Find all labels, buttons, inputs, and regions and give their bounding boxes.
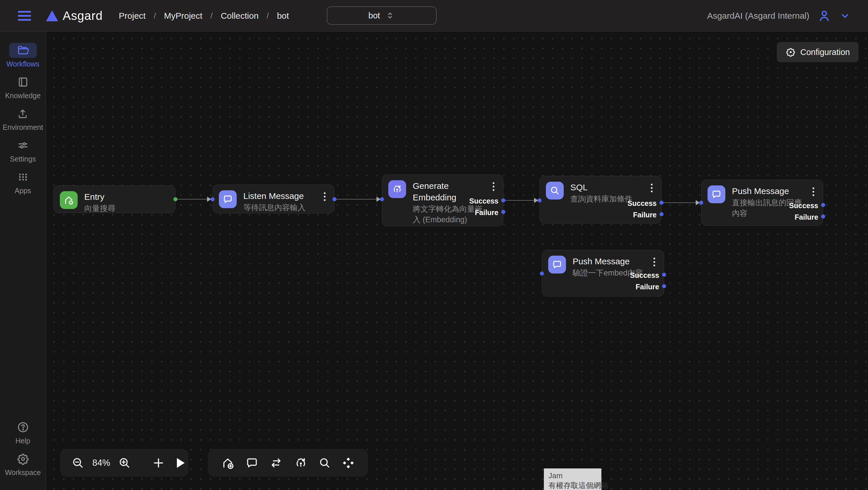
swap-arrows-icon[interactable] xyxy=(269,456,283,470)
sidebar-item-workspace[interactable]: Workspace xyxy=(5,452,41,477)
breadcrumb-myproject[interactable]: MyProject xyxy=(164,11,202,21)
sidebar-item-environment[interactable]: Environment xyxy=(3,106,43,132)
chevron-down-icon[interactable] xyxy=(839,10,851,22)
sidebar-item-workflows[interactable]: Workflows xyxy=(6,43,39,68)
search-icon xyxy=(546,182,564,200)
sidebar-label: Knowledge xyxy=(5,91,41,100)
node-push-message-verify[interactable]: Push Message 驗證一下embed內容 Success Failure xyxy=(542,250,664,296)
cycle-dot-icon xyxy=(388,180,406,198)
node-menu-button[interactable] xyxy=(323,191,327,202)
port-push-verify-input[interactable] xyxy=(540,271,544,276)
breadcrumb-bot[interactable]: bot xyxy=(277,11,289,21)
port-push-verify-success[interactable] xyxy=(662,272,666,277)
add-message-node-icon[interactable] xyxy=(245,456,259,470)
upload-icon xyxy=(17,108,29,120)
port-entry-output[interactable] xyxy=(174,197,178,201)
output-label-success: Success xyxy=(789,202,818,209)
node-subtitle: 等待訊息內容輸入 xyxy=(243,202,320,213)
zoom-in-button[interactable] xyxy=(118,456,131,470)
zoom-out-button[interactable] xyxy=(71,456,85,470)
port-push-direct-input[interactable] xyxy=(699,201,703,205)
workflow-canvas[interactable]: Configuration Entry 向量搜尋 xyxy=(46,32,868,490)
node-title: Listen Message xyxy=(243,190,320,202)
output-label-failure: Failure xyxy=(636,283,659,291)
chat-bubble-icon xyxy=(548,256,566,273)
user-icon[interactable] xyxy=(817,8,832,23)
node-generate-embedding[interactable]: Generate Embedding 將文字轉化為向量嵌入 (Embedding… xyxy=(382,174,503,226)
extension-permission-tooltip: Jam 有權存取這個網站 xyxy=(544,468,601,490)
app-logo[interactable]: Asgard xyxy=(46,9,103,23)
port-listen-output[interactable] xyxy=(333,197,337,201)
node-menu-button[interactable] xyxy=(652,257,656,267)
tooltip-title: Jam xyxy=(549,471,597,481)
port-push-direct-success[interactable] xyxy=(821,203,825,207)
configuration-button[interactable]: Configuration xyxy=(777,42,859,62)
node-menu-button[interactable] xyxy=(650,182,654,194)
port-sql-success[interactable] xyxy=(659,201,663,205)
home-add-icon xyxy=(60,191,78,209)
port-generate-input[interactable] xyxy=(380,197,384,201)
output-label-failure: Failure xyxy=(795,213,818,221)
add-entry-node-icon[interactable] xyxy=(221,456,235,470)
node-palette-toolbar xyxy=(208,449,368,477)
node-menu-button[interactable] xyxy=(811,186,815,197)
output-label-failure: Failure xyxy=(475,208,498,217)
port-generate-success[interactable] xyxy=(501,198,505,202)
menu-hamburger-icon[interactable] xyxy=(18,11,31,21)
node-push-message-direct[interactable]: Push Message 直接輸出訊息的回應內容 Success Failure xyxy=(701,180,823,226)
folder-icon xyxy=(17,44,29,57)
node-entry[interactable]: Entry 向量搜尋 xyxy=(54,185,176,213)
breadcrumb: Project / MyProject / Collection / bot xyxy=(119,11,289,21)
port-sql-input[interactable] xyxy=(537,198,541,202)
search-node-icon[interactable] xyxy=(318,456,331,469)
chevron-up-down-icon xyxy=(385,11,395,21)
workflow-selector-dropdown[interactable]: bot xyxy=(327,6,437,25)
node-title: Push Message xyxy=(732,185,809,197)
breadcrumb-collection[interactable]: Collection xyxy=(221,11,258,21)
sidebar-label: Help xyxy=(16,437,30,445)
port-listen-input[interactable] xyxy=(211,197,215,201)
move-diamond-icon[interactable] xyxy=(341,456,355,470)
sidebar-label: Workflows xyxy=(6,60,39,68)
account-label: AsgardAI (Asgard Internal) xyxy=(707,11,809,21)
sidebar-footer: Help Workspace xyxy=(5,420,41,490)
apps-grid-icon xyxy=(17,171,29,183)
port-push-direct-failure[interactable] xyxy=(821,214,825,219)
sidebar-item-knowledge[interactable]: Knowledge xyxy=(5,75,41,100)
sidebar-item-help[interactable]: Help xyxy=(9,420,37,445)
chat-bubble-icon xyxy=(219,190,237,208)
node-listen-message[interactable]: Listen Message 等待訊息內容輸入 xyxy=(213,184,335,213)
node-menu-button[interactable] xyxy=(492,181,496,192)
run-workflow-button[interactable] xyxy=(177,458,185,468)
sidebar-label: Settings xyxy=(10,155,36,163)
port-push-verify-failure[interactable] xyxy=(662,284,666,288)
breadcrumb-separator: / xyxy=(154,11,156,21)
help-icon xyxy=(17,421,29,434)
output-label-success: Success xyxy=(630,271,659,279)
port-sql-failure[interactable] xyxy=(659,212,663,216)
breadcrumb-separator: / xyxy=(267,11,269,21)
zoom-toolbar: 84% xyxy=(60,449,188,477)
output-label-success: Success xyxy=(469,197,498,205)
sliders-icon xyxy=(17,139,29,151)
sidebar-label: Workspace xyxy=(5,468,41,477)
port-generate-failure[interactable] xyxy=(501,210,505,214)
node-title: SQL xyxy=(570,182,647,193)
configuration-label: Configuration xyxy=(800,48,850,57)
node-title: Push Message xyxy=(572,256,650,267)
node-sql[interactable]: SQL 查詢資料庫加條件 Success Failure xyxy=(539,176,661,223)
sidebar-item-settings[interactable]: Settings xyxy=(9,138,37,163)
add-button[interactable] xyxy=(152,456,165,470)
logo-triangle-icon xyxy=(46,10,58,21)
sidebar-item-apps[interactable]: Apps xyxy=(9,170,37,195)
generate-cycle-icon[interactable] xyxy=(293,456,308,470)
account-menu[interactable]: AsgardAI (Asgard Internal) xyxy=(707,0,851,32)
top-bar: Asgard Project / MyProject / Collection … xyxy=(0,0,868,32)
sidebar-nav: Workflows Knowledge Environment Settings xyxy=(0,32,46,490)
sidebar-label: Environment xyxy=(3,123,43,132)
breadcrumb-project[interactable]: Project xyxy=(119,11,146,21)
chat-bubble-icon xyxy=(708,185,725,203)
edge-sql-success-to-push xyxy=(661,202,701,203)
logo-text: Asgard xyxy=(63,9,103,23)
gear-icon xyxy=(785,47,796,57)
